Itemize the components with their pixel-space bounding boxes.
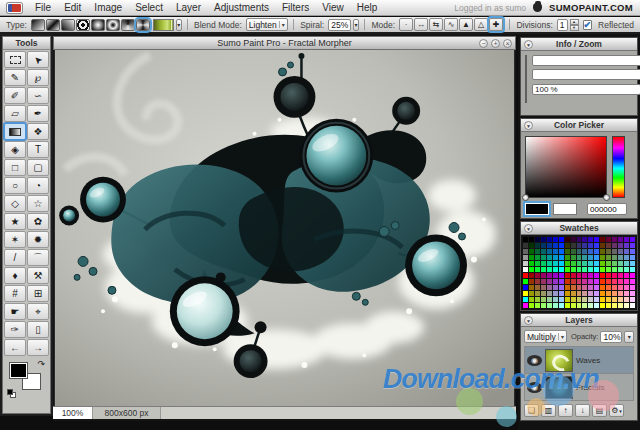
gradient-type-radial[interactable] <box>91 19 105 31</box>
swatch[interactable] <box>624 285 629 290</box>
smudge-tool[interactable]: ⚒ <box>27 267 49 284</box>
swatch[interactable] <box>547 279 552 284</box>
stepper-down-button[interactable]: ▼ <box>570 25 579 31</box>
gradient-tool[interactable] <box>4 123 26 140</box>
swatch[interactable] <box>577 297 582 302</box>
layer-row-waves[interactable]: ◉Waves <box>525 347 633 374</box>
swatch[interactable] <box>606 267 611 272</box>
star-2-shape-tool[interactable]: ★ <box>4 213 26 230</box>
swatch[interactable] <box>565 291 570 296</box>
swatch[interactable] <box>553 255 558 260</box>
swatch[interactable] <box>559 261 564 266</box>
frame-tool[interactable]: ▯ <box>27 321 49 338</box>
swatch[interactable] <box>588 273 593 278</box>
gradient-type-square[interactable] <box>76 19 90 31</box>
swatch[interactable] <box>541 279 546 284</box>
minimize-button[interactable]: − <box>479 39 488 48</box>
sv-handle[interactable] <box>603 194 610 201</box>
swatch[interactable] <box>529 267 534 272</box>
swatch[interactable] <box>606 237 611 242</box>
swatch[interactable] <box>559 267 564 272</box>
swatch[interactable] <box>553 243 558 248</box>
menu-select[interactable]: Select <box>135 2 163 13</box>
eraser-tool[interactable]: ▱ <box>4 105 26 122</box>
swatch[interactable] <box>565 297 570 302</box>
swatch[interactable] <box>523 285 528 290</box>
swatch[interactable] <box>606 273 611 278</box>
swatch[interactable] <box>588 267 593 272</box>
document-title-bar[interactable]: Sumo Paint Pro - Fractal Morpher − + × <box>53 36 516 50</box>
hand-tool[interactable]: ☛ <box>4 303 26 320</box>
swatch[interactable] <box>630 303 635 308</box>
swatch[interactable] <box>624 267 629 272</box>
swatch[interactable] <box>588 285 593 290</box>
menu-help[interactable]: Help <box>357 2 378 13</box>
swatch[interactable] <box>523 237 528 242</box>
hex-color-input[interactable] <box>587 203 627 215</box>
text-tool[interactable]: T <box>27 141 49 158</box>
gradient-type-reflected[interactable] <box>46 19 60 31</box>
swatch[interactable] <box>571 291 576 296</box>
pie-shape-tool[interactable]: ◔ <box>27 177 49 194</box>
gradient-type-cone[interactable] <box>121 19 135 31</box>
brush-tool[interactable]: ✐ <box>4 87 26 104</box>
layer-visibility-toggle[interactable]: ◉ <box>527 382 542 393</box>
swatch[interactable] <box>618 285 623 290</box>
swatch[interactable] <box>612 261 617 266</box>
ink-pen-tool[interactable]: ✒ <box>27 105 49 122</box>
swatch[interactable] <box>553 303 558 308</box>
swatch[interactable] <box>588 261 593 266</box>
swatch[interactable] <box>612 243 617 248</box>
swatch[interactable] <box>541 273 546 278</box>
swatch[interactable] <box>523 291 528 296</box>
swatch[interactable] <box>565 261 570 266</box>
mode-zigzag-button[interactable]: ∿ <box>444 18 458 31</box>
swatch[interactable] <box>594 273 599 278</box>
swatch[interactable] <box>565 255 570 260</box>
swatch[interactable] <box>553 291 558 296</box>
swatch[interactable] <box>594 291 599 296</box>
swatch[interactable] <box>529 243 534 248</box>
swatch[interactable] <box>612 273 617 278</box>
swatch[interactable] <box>624 261 629 266</box>
swatch[interactable] <box>618 303 623 308</box>
swatch[interactable] <box>582 303 587 308</box>
swatch[interactable] <box>577 237 582 242</box>
swatch[interactable] <box>529 285 534 290</box>
swatch[interactable] <box>624 279 629 284</box>
mode-cross-button[interactable]: ✚ <box>489 18 503 31</box>
swatch[interactable] <box>559 285 564 290</box>
swatch[interactable] <box>541 243 546 248</box>
swatch[interactable] <box>559 279 564 284</box>
merge-layer-button[interactable]: ▤ <box>592 404 607 417</box>
swatch[interactable] <box>535 273 540 278</box>
swatch[interactable] <box>553 267 558 272</box>
swatch[interactable] <box>630 285 635 290</box>
swatch[interactable] <box>618 279 623 284</box>
swatch[interactable] <box>529 237 534 242</box>
swatch[interactable] <box>612 255 617 260</box>
layer-down-button[interactable]: ↓ <box>575 404 590 417</box>
fill-bucket-tool[interactable]: ◈ <box>4 141 26 158</box>
collapse-icon[interactable]: ▼ <box>524 40 533 49</box>
swatch[interactable] <box>577 279 582 284</box>
swatch[interactable] <box>582 297 587 302</box>
swatch[interactable] <box>582 243 587 248</box>
swatch[interactable] <box>571 243 576 248</box>
swatch[interactable] <box>582 279 587 284</box>
swatch[interactable] <box>624 303 629 308</box>
swatch[interactable] <box>529 279 534 284</box>
swatch[interactable] <box>553 261 558 266</box>
swatch[interactable] <box>523 261 528 266</box>
swap-colors-icon[interactable]: ↷ <box>37 360 45 368</box>
menu-view[interactable]: View <box>322 2 344 13</box>
spiral-dropdown-button[interactable]: ▾ <box>353 19 359 31</box>
swatch[interactable] <box>541 267 546 272</box>
swatch[interactable] <box>535 261 540 266</box>
swatch[interactable] <box>618 273 623 278</box>
swatch[interactable] <box>606 255 611 260</box>
swatch[interactable] <box>523 297 528 302</box>
swatch[interactable] <box>535 303 540 308</box>
swatch[interactable] <box>600 273 605 278</box>
swatch[interactable] <box>600 261 605 266</box>
